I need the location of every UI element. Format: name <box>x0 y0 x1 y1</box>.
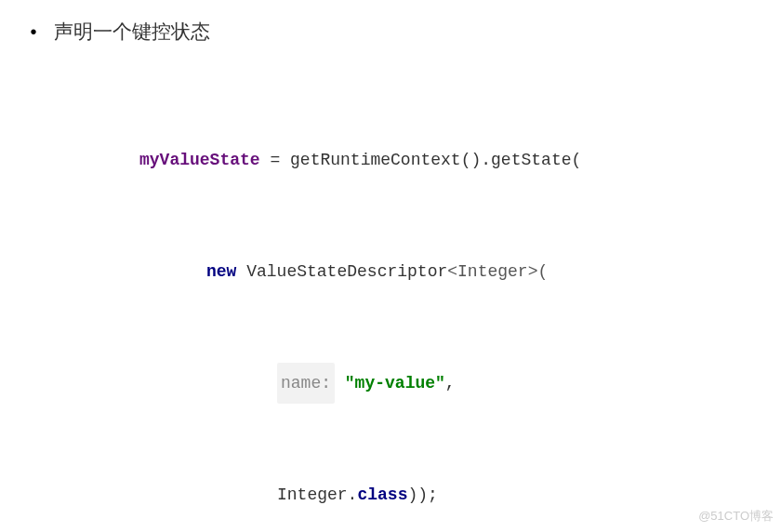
code-text: < <box>447 253 457 290</box>
bullet-heading: 声明一个键控状态 <box>54 19 210 45</box>
watermark: @51CTO博客 <box>698 508 774 525</box>
code-keyword: class <box>357 476 407 513</box>
code-param-hint: name: <box>277 363 335 404</box>
code-text: Integer <box>457 253 528 290</box>
bullet-icon: • <box>28 19 39 45</box>
code-text: Integer. <box>277 476 357 513</box>
section-declare: • 声明一个键控状态 myValueState = getRuntimeCont… <box>28 19 753 532</box>
code-field: myValueState <box>139 141 260 179</box>
bullet-row: • 声明一个键控状态 <box>28 19 753 45</box>
code-text: >( <box>528 253 549 290</box>
code-text: , <box>445 365 456 402</box>
code-line: myValueState = getRuntimeContext().getSt… <box>139 141 753 179</box>
code-block-declare: myValueState = getRuntimeContext().getSt… <box>28 67 753 532</box>
code-text: )); <box>407 476 437 513</box>
code-line: new ValueStateDescriptor<Integer>( <box>139 253 753 290</box>
code-line: name: "my-value", <box>139 365 753 402</box>
code-line: Integer.class)); <box>139 476 753 513</box>
code-text: = getRuntimeContext().getState( <box>260 141 582 179</box>
code-keyword: new <box>206 253 236 290</box>
code-string: "my-value" <box>335 365 445 402</box>
code-text: ValueStateDescriptor <box>236 253 447 290</box>
